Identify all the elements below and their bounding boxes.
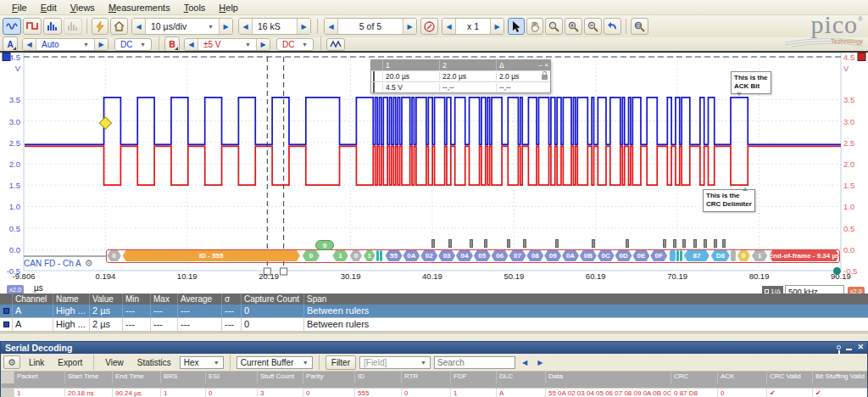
serial-header-crc[interactable]: CRC bbox=[670, 372, 717, 383]
serial-header-data[interactable]: Data bbox=[545, 372, 670, 383]
decode-settings-gear-icon[interactable]: ⚙ bbox=[85, 258, 93, 269]
measure-header-max[interactable]: Max bbox=[150, 294, 177, 305]
serial-header-crc-valid[interactable]: CRC Valid bbox=[766, 372, 812, 383]
buffer-next-button[interactable]: ▶ bbox=[403, 19, 416, 34]
spectrum-mode-button[interactable] bbox=[43, 18, 62, 35]
decode-segment-05[interactable]: 05 bbox=[474, 250, 491, 261]
decode-segment[interactable] bbox=[670, 250, 676, 261]
serial-header-brs[interactable]: BRS bbox=[160, 372, 205, 383]
menu-help[interactable]: Help bbox=[212, 1, 245, 14]
panel-splitter[interactable] bbox=[0, 333, 868, 341]
menu-edit[interactable]: Edit bbox=[34, 1, 64, 14]
home-button[interactable] bbox=[110, 18, 128, 35]
decode-segment[interactable] bbox=[731, 250, 735, 261]
samples-prev-button[interactable]: ◀ bbox=[239, 19, 253, 34]
minimize-icon[interactable] bbox=[846, 349, 852, 350]
zoom-overview-button[interactable] bbox=[631, 18, 648, 35]
format-select[interactable]: Hex▼ bbox=[180, 356, 224, 369]
serial-header-stuff-count[interactable]: Stuff Count bbox=[257, 372, 303, 383]
export-button[interactable]: Export bbox=[53, 356, 87, 369]
pin-icon[interactable] bbox=[837, 345, 841, 349]
serial-header-rtr[interactable]: RTR bbox=[401, 372, 450, 383]
decode-segment-09[interactable]: 09 bbox=[544, 250, 561, 261]
persistence-mode-button[interactable] bbox=[23, 18, 42, 35]
awg-button[interactable] bbox=[326, 38, 345, 51]
ruler-box-minimize[interactable]: – bbox=[538, 61, 542, 69]
measure-header--[interactable]: σ bbox=[221, 294, 241, 305]
decode-channel-label[interactable]: CAN FD - Ch A ⚙ bbox=[24, 258, 93, 269]
search-next-button[interactable]: ▶ bbox=[534, 359, 546, 366]
menu-views[interactable]: Views bbox=[64, 1, 102, 14]
serial-header-end-time[interactable]: End Time bbox=[112, 372, 160, 383]
decode-segment-87[interactable]: 87 bbox=[684, 250, 709, 261]
timebase-dropdown-arrow[interactable]: ▼ bbox=[208, 24, 214, 30]
measure-header-span[interactable]: Span bbox=[303, 294, 868, 305]
serial-header-id[interactable]: ID bbox=[354, 372, 401, 383]
decode-segment-0b[interactable]: 0B bbox=[580, 250, 597, 261]
serial-header-packet[interactable]: Packet bbox=[14, 372, 64, 383]
channel-b-range-next[interactable]: ▶ bbox=[256, 39, 270, 50]
measure-header-average[interactable]: Average bbox=[177, 294, 221, 305]
waveform-plot[interactable]: 1 2 Δ – × 20.0 µs 22.0 µs 2.0 µs 4.5 V -… bbox=[0, 53, 868, 294]
decode-segment[interactable] bbox=[376, 250, 379, 261]
probe-setup-button[interactable] bbox=[92, 18, 108, 35]
channel-a-button[interactable]: A bbox=[3, 36, 18, 52]
decode-segment-d8[interactable]: D8 bbox=[711, 250, 730, 261]
channel-b-range-prev[interactable]: ◀ bbox=[185, 39, 198, 50]
channel-a-coupling-control[interactable]: DC ▼ bbox=[114, 38, 152, 51]
serial-header-esi[interactable]: ESI bbox=[205, 372, 257, 383]
decode-segment-id-555[interactable]: ID - 555 bbox=[123, 250, 300, 261]
decode-segment-0d[interactable]: 0D bbox=[615, 250, 632, 261]
crc-annotation[interactable]: This is the CRC Delimiter bbox=[703, 189, 755, 212]
decode-segment-04[interactable]: 04 bbox=[456, 250, 473, 261]
measure-header-channel[interactable]: Channel bbox=[12, 294, 53, 305]
undo-zoom-button[interactable] bbox=[604, 18, 621, 35]
histogram-mode-button[interactable] bbox=[64, 18, 82, 35]
decode-segment-0a[interactable]: 0A bbox=[562, 250, 579, 261]
serial-table-row[interactable]: 120.18 ns90.24 µs103055501A55 0A 02 03 0… bbox=[1, 388, 867, 397]
buffer-prev-button[interactable]: ◀ bbox=[325, 19, 338, 34]
decode-segment-06[interactable]: 06 bbox=[492, 250, 509, 261]
link-button[interactable]: Link bbox=[24, 356, 49, 369]
serial-header-dlc[interactable]: DLC bbox=[496, 372, 545, 383]
decode-segment[interactable] bbox=[680, 250, 682, 261]
ack-annotation[interactable]: This is the ACK Bit bbox=[731, 71, 771, 94]
decode-segment-0a[interactable]: 0A bbox=[403, 250, 420, 261]
channel-a-range-prev[interactable]: ◀ bbox=[23, 39, 36, 50]
serial-panel-titlebar[interactable]: Serial Decoding ✕ bbox=[1, 342, 867, 354]
decode-segment-07[interactable]: 07 bbox=[509, 250, 526, 261]
decode-segment-03[interactable]: 03 bbox=[438, 250, 455, 261]
decode-segment-08[interactable]: 08 bbox=[526, 250, 543, 261]
zoom-next-button[interactable]: ▶ bbox=[490, 19, 504, 34]
decode-segment[interactable] bbox=[380, 250, 382, 261]
menu-tools[interactable]: Tools bbox=[177, 1, 213, 14]
decode-segment-0e[interactable]: 0E bbox=[632, 250, 649, 261]
channel-a-range-dropdown[interactable]: ▼ bbox=[83, 42, 89, 48]
ruler-readout-box[interactable]: 1 2 Δ – × 20.0 µs 22.0 µs 2.0 µs 4.5 V -… bbox=[370, 59, 551, 93]
zoom-in-button[interactable] bbox=[565, 18, 582, 35]
search-input[interactable] bbox=[434, 356, 515, 369]
serial-header-parity[interactable]: Parity bbox=[303, 372, 354, 383]
decode-segment-end-of-frame-9-34-s[interactable]: End-of-frame - 9.34 µs bbox=[769, 250, 839, 261]
search-prev-button[interactable]: ◀ bbox=[519, 359, 531, 366]
decode-segment-0[interactable]: 0 bbox=[303, 250, 320, 261]
zoom-prev-button[interactable]: ◀ bbox=[442, 19, 456, 34]
channel-b-coupling-control[interactable]: DC ▼ bbox=[276, 38, 314, 51]
serial-header-ack[interactable]: ACK bbox=[717, 372, 766, 383]
serial-header-bit-stuffing-valid[interactable]: Bit Stuffing Valid bbox=[812, 372, 867, 383]
marquee-zoom-button[interactable] bbox=[545, 18, 563, 35]
menu-measurements[interactable]: Measurements bbox=[102, 1, 177, 14]
measurement-row[interactable]: AHigh ...2 µs------------0Between rulers bbox=[0, 305, 868, 318]
decode-segment-0f[interactable]: 0F bbox=[650, 250, 667, 261]
close-icon[interactable]: ✕ bbox=[857, 344, 864, 351]
buffer-overview-button[interactable] bbox=[420, 18, 438, 35]
timebase-prev-button[interactable]: ◀ bbox=[132, 19, 146, 34]
decode-segment-02[interactable]: 02 bbox=[420, 250, 437, 261]
hand-tool-button[interactable] bbox=[526, 18, 543, 35]
decode-segment[interactable] bbox=[676, 250, 679, 261]
field-select[interactable]: [Field]▼ bbox=[359, 356, 431, 369]
decode-segment-55[interactable]: 55 bbox=[386, 250, 403, 261]
menu-file[interactable]: File bbox=[5, 1, 34, 14]
lock-icon[interactable] bbox=[542, 75, 548, 80]
measure-header-value[interactable]: Value bbox=[89, 294, 122, 305]
